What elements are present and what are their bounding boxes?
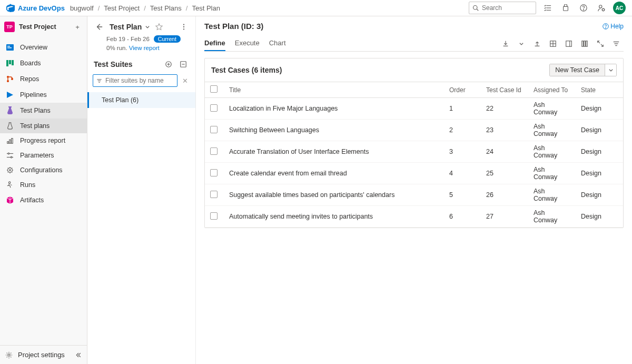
- svg-rect-52: [584, 41, 586, 46]
- row-checkbox[interactable]: [210, 169, 218, 176]
- nav-test-plans[interactable]: Test Plans: [0, 103, 87, 119]
- crumb-area[interactable]: Test Plans: [150, 4, 182, 12]
- filter-suites-input[interactable]: [93, 74, 177, 87]
- bag-icon[interactable]: [559, 2, 572, 14]
- avatar[interactable]: AC: [613, 2, 626, 14]
- new-test-case-label[interactable]: New Test Case: [550, 64, 605, 76]
- checklist-icon[interactable]: [541, 2, 554, 14]
- import-button[interactable]: [530, 36, 545, 51]
- cell-id: 27: [481, 206, 528, 228]
- subnav-progress-report[interactable]: Progress report: [0, 133, 87, 148]
- close-icon[interactable]: ✕: [180, 77, 190, 85]
- help-button[interactable]: Help: [603, 23, 624, 30]
- chevron-down-icon[interactable]: [605, 64, 616, 76]
- nav-label: Repos: [20, 75, 39, 83]
- back-button[interactable]: [94, 22, 104, 32]
- cell-title: Accurate Translation of User Interface E…: [224, 141, 444, 163]
- cell-assigned: Ash Conway: [528, 163, 576, 184]
- svg-rect-22: [12, 139, 13, 144]
- overview-icon: [5, 43, 15, 52]
- row-checkbox[interactable]: [210, 126, 218, 133]
- nav-boards[interactable]: Boards: [0, 55, 87, 71]
- col-state[interactable]: State: [576, 82, 623, 98]
- export-chevron[interactable]: [514, 36, 529, 51]
- tab-execute[interactable]: Execute: [235, 36, 260, 51]
- filter-field[interactable]: [105, 77, 174, 84]
- subnav-parameters[interactable]: Parameters: [0, 148, 87, 163]
- table-row[interactable]: Automatically send meeting invites to pa…: [205, 206, 623, 228]
- table-row[interactable]: Create calendar event from email thread4…: [205, 163, 623, 184]
- brand[interactable]: Azure DevOps: [6, 4, 65, 12]
- row-checkbox[interactable]: [210, 147, 218, 155]
- export-button[interactable]: [498, 36, 513, 51]
- svg-point-34: [183, 26, 184, 27]
- subnav-runs[interactable]: Runs: [0, 178, 87, 192]
- plan-dates: Feb 19 - Feb 26: [106, 36, 150, 42]
- row-checkbox[interactable]: [210, 191, 218, 198]
- crumb-org[interactable]: bugwolf: [70, 4, 94, 12]
- crumb-leaf[interactable]: Test Plan: [192, 4, 220, 12]
- col-title[interactable]: Title: [224, 82, 444, 98]
- col-id[interactable]: Test Case Id: [481, 82, 528, 98]
- table-row[interactable]: Switching Between Languages223Ash Conway…: [205, 120, 623, 141]
- svg-rect-12: [7, 47, 12, 48]
- tab-define[interactable]: Define: [204, 36, 225, 51]
- row-checkbox[interactable]: [210, 212, 218, 220]
- add-suite-button[interactable]: [163, 58, 174, 70]
- suite-item-label: Test Plan (6): [102, 96, 139, 104]
- cell-assigned: Ash Conway: [528, 206, 576, 228]
- nav-pipelines[interactable]: Pipelines: [0, 87, 87, 103]
- project-selector[interactable]: TP Test Project +: [0, 16, 87, 37]
- fullscreen-button[interactable]: [593, 36, 608, 51]
- select-all-checkbox[interactable]: [210, 85, 218, 93]
- view-report-link[interactable]: View report: [129, 45, 160, 51]
- project-settings[interactable]: Project settings: [0, 345, 87, 364]
- table-row[interactable]: Accurate Translation of User Interface E…: [205, 141, 623, 163]
- cell-assigned: Ash Conway: [528, 98, 576, 120]
- cell-id: 24: [481, 141, 528, 163]
- boards-icon: [5, 58, 15, 68]
- svg-point-0: [473, 6, 478, 10]
- help-icon[interactable]: [577, 2, 590, 14]
- svg-point-35: [183, 28, 184, 29]
- nav-overview[interactable]: Overview: [0, 40, 87, 55]
- brand-name[interactable]: Azure DevOps: [18, 4, 65, 12]
- search-input[interactable]: [469, 2, 536, 14]
- filter-button[interactable]: [609, 36, 624, 51]
- col-assigned[interactable]: Assigned To: [528, 82, 576, 98]
- chevron-down-icon[interactable]: [145, 24, 150, 29]
- person-settings-icon[interactable]: [595, 2, 608, 14]
- table-row[interactable]: Localization in Five Major Languages122A…: [205, 98, 623, 120]
- grid-button[interactable]: [546, 36, 560, 51]
- subnav-configurations[interactable]: Configurations: [0, 163, 87, 178]
- cell-state: Design: [576, 184, 623, 206]
- nav-repos[interactable]: Repos: [0, 71, 87, 87]
- cell-order: 6: [444, 206, 481, 228]
- search-field[interactable]: [482, 4, 532, 12]
- star-icon[interactable]: [155, 23, 163, 31]
- row-checkbox[interactable]: [210, 104, 218, 112]
- suites-title: Test Suites: [94, 60, 160, 68]
- subnav-test-plans[interactable]: Test plans: [0, 119, 87, 133]
- collapse-icon[interactable]: [75, 352, 82, 358]
- more-menu-button[interactable]: [179, 22, 189, 32]
- crumb-project[interactable]: Test Project: [104, 4, 140, 12]
- suite-item[interactable]: Test Plan (6): [87, 92, 195, 108]
- table-row[interactable]: Suggest available times based on partici…: [205, 184, 623, 206]
- pipelines-icon: [5, 90, 15, 100]
- cell-state: Design: [576, 98, 623, 120]
- nav-artifacts[interactable]: Artifacts: [0, 192, 87, 208]
- column-options-button[interactable]: [577, 36, 592, 51]
- col-order[interactable]: Order: [444, 82, 481, 98]
- tab-chart[interactable]: Chart: [269, 36, 286, 51]
- svg-rect-19: [8, 106, 12, 107]
- add-button[interactable]: +: [72, 23, 83, 31]
- runs-icon: [5, 180, 15, 190]
- svg-rect-20: [7, 142, 9, 144]
- new-test-case-button[interactable]: New Test Case: [549, 64, 617, 76]
- svg-point-7: [583, 9, 584, 10]
- azure-devops-icon: [6, 4, 15, 12]
- svg-rect-14: [9, 60, 11, 64]
- collapse-suite-button[interactable]: [177, 58, 189, 70]
- side-panel-button[interactable]: [561, 36, 576, 51]
